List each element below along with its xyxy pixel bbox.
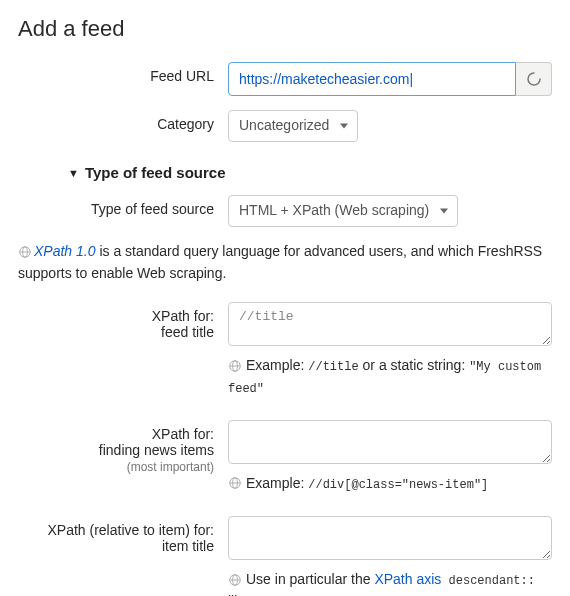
xpath-axis-link[interactable]: XPath axis xyxy=(374,571,441,587)
xpath-help-text: XPath 1.0 is a standard query language f… xyxy=(18,241,552,284)
globe-icon xyxy=(228,359,242,373)
xpath-item-title-hint: Use in particular the XPath axis descend… xyxy=(228,569,552,596)
xpath-items-hint: Example: //div[@class="news-item"] xyxy=(228,473,552,495)
xpath-feed-title-input[interactable]: //title xyxy=(228,302,552,346)
loading-icon xyxy=(526,71,542,87)
chevron-down-icon: ▼ xyxy=(68,167,79,179)
fetch-feed-button[interactable] xyxy=(516,62,552,96)
feed-source-type-select[interactable]: HTML + XPath (Web scraping) xyxy=(228,195,458,227)
xpath-feed-title-hint: Example: //title or a static string: "My… xyxy=(228,355,552,398)
feed-url-label: Feed URL xyxy=(18,62,228,84)
page-title: Add a feed xyxy=(18,16,552,42)
category-select[interactable]: Uncategorized xyxy=(228,110,358,142)
feed-source-type-label: Type of feed source xyxy=(18,195,228,217)
feed-url-input[interactable] xyxy=(228,62,516,96)
xpath-item-title-label: XPath (relative to item) for: item title xyxy=(18,516,228,554)
xpath-items-input[interactable] xyxy=(228,420,552,464)
category-label: Category xyxy=(18,110,228,132)
xpath-item-title-input[interactable] xyxy=(228,516,552,560)
xpath-feed-title-label: XPath for: feed title xyxy=(18,302,228,340)
section-header-title: Type of feed source xyxy=(85,164,226,181)
xpath-doc-link[interactable]: XPath 1.0 xyxy=(34,243,96,259)
xpath-items-label: XPath for: finding news items (most impo… xyxy=(18,420,228,474)
type-of-feed-source-toggle[interactable]: ▼ Type of feed source xyxy=(68,164,552,181)
globe-icon xyxy=(228,573,242,587)
globe-icon xyxy=(228,476,242,490)
globe-icon xyxy=(18,245,32,259)
